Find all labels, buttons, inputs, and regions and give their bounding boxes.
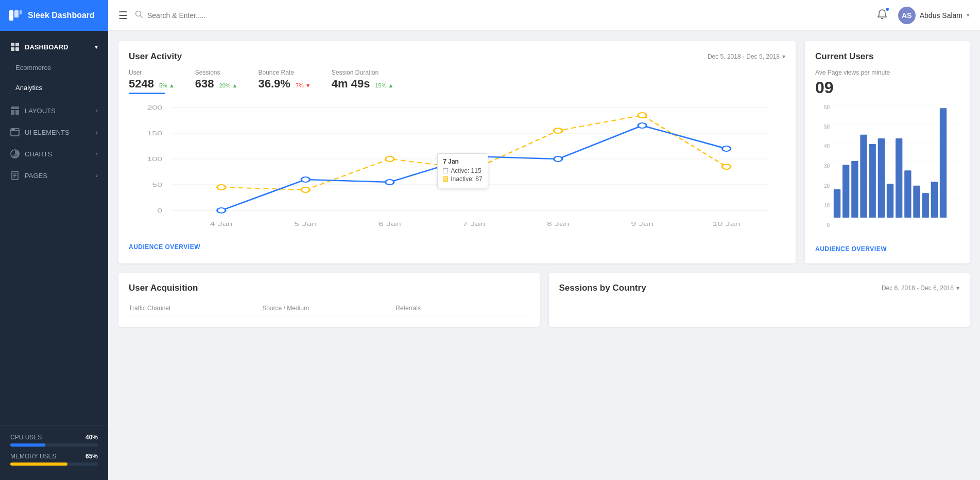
bar-10 (922, 193, 929, 218)
memory-progress-fill (10, 463, 67, 466)
main-content: User Activity Dec 5, 2018 - Dec 5, 2018 … (108, 31, 980, 480)
pages-label: PAGES (25, 172, 47, 180)
cpu-progress-fill (10, 443, 45, 447)
pages-arrow: › (96, 172, 98, 179)
pages-icon (10, 171, 20, 180)
sidebar-item-analytics[interactable]: Analytics (0, 78, 108, 98)
svg-text:9 Jan: 9 Jan (631, 221, 654, 227)
svg-text:7 Jan: 7 Jan (462, 221, 485, 227)
svg-point-49 (554, 156, 562, 162)
sessions-date-caret: ▾ (956, 285, 959, 292)
memory-resource: MEMORY USES 65% (10, 453, 98, 466)
cpu-progress-bg (10, 443, 98, 447)
memory-label: MEMORY USES (10, 453, 57, 460)
current-users-chart: 60 50 40 30 20 10 0 (815, 104, 959, 238)
analytics-label: Analytics (15, 84, 42, 92)
bar-11 (931, 182, 938, 218)
user-activity-title: User Activity (129, 51, 182, 62)
sidebar-item-pages[interactable]: PAGES › (0, 165, 108, 186)
user-activity-date-range[interactable]: Dec 5, 2018 - Dec 5, 2018 ▾ (708, 53, 785, 60)
user-activity-card: User Activity Dec 5, 2018 - Dec 5, 2018 … (118, 41, 796, 263)
layouts-label: LAYOUTS (25, 107, 56, 115)
svg-point-41 (470, 167, 478, 172)
memory-pct: 65% (85, 453, 98, 460)
svg-text:200: 200 (147, 104, 162, 111)
sidebar-item-charts[interactable]: CHARTS › (0, 143, 108, 165)
stat-bounce-value: 36.9% (259, 77, 290, 91)
svg-text:4 Jan: 4 Jan (210, 221, 233, 227)
svg-rect-5 (11, 47, 14, 51)
stat-user-underline (129, 93, 165, 94)
svg-rect-8 (11, 110, 14, 115)
sessions-country-title: Sessions by Country (559, 283, 646, 293)
sessions-country-header: Sessions by Country Dec 6, 2018 - Dec 6,… (559, 283, 960, 293)
stat-user-label: User (129, 69, 175, 76)
cpu-pct: 40% (85, 434, 98, 441)
col-source: Source / Medium (262, 305, 396, 312)
bar-9 (913, 186, 920, 218)
svg-line-20 (141, 15, 143, 17)
audience-overview-link-2[interactable]: AUDIENCE OVERVIEW (815, 245, 887, 253)
bar-y-labels: 60 50 40 30 20 10 0 (815, 104, 832, 228)
user-profile[interactable]: AS Abdus Salam ▾ (898, 7, 970, 24)
sessions-country-date-range[interactable]: Dec 6, 2018 - Dec 6, 2018 ▾ (882, 285, 959, 292)
layout-icon (10, 106, 20, 115)
hamburger-menu[interactable]: ☰ (118, 9, 128, 22)
svg-point-40 (386, 156, 394, 162)
svg-rect-0 (9, 10, 13, 21)
audience-overview-link-1[interactable]: AUDIENCE OVERVIEW (129, 243, 200, 251)
stat-duration-value: 4m 49s (332, 77, 370, 91)
svg-text:150: 150 (147, 130, 162, 136)
cpu-resource: CPU USES 40% (10, 434, 98, 447)
user-name: Abdus Salam (920, 11, 962, 20)
sidebar-item-layouts[interactable]: LAYOUTS › (0, 100, 108, 121)
notification-bell[interactable] (876, 9, 888, 22)
svg-text:10 Jan: 10 Jan (713, 221, 741, 227)
charts-arrow: › (96, 151, 98, 157)
stat-duration: Session Duration 4m 49s 15% ▲ (332, 69, 394, 94)
sidebar-dashboard-label: DASHBOARD (25, 43, 68, 51)
main-wrapper: ☰ AS Abdus Salam ▾ (108, 0, 980, 480)
sidebar-item-ecommerce[interactable]: Ecommerce (0, 58, 108, 78)
svg-rect-9 (15, 110, 19, 115)
nav-section-dashboard: DASHBOARD ▾ Ecommerce Analytics (0, 36, 108, 98)
sidebar: Sleek Dashboard DASHBOARD ▾ Ecommerce An… (0, 0, 108, 480)
window-icon (10, 128, 20, 137)
stat-bounce: Bounce Rate 36.9% 7% ▼ (259, 69, 311, 94)
svg-text:50: 50 (152, 182, 162, 188)
sidebar-item-dashboard[interactable]: DASHBOARD ▾ (0, 36, 108, 58)
bar-5 (878, 138, 885, 218)
search-input[interactable] (147, 11, 392, 20)
user-acquisition-card: User Acquisition Traffic Channel Source … (118, 273, 540, 327)
date-range-caret: ▾ (782, 53, 785, 60)
svg-point-39 (301, 187, 310, 192)
current-users-header: Current Users (815, 51, 959, 62)
sidebar-item-ui-elements[interactable]: UI ELEMENTS › (0, 121, 108, 143)
ui-elements-label: UI ELEMENTS (25, 129, 70, 136)
memory-progress-bg (10, 463, 98, 466)
svg-rect-6 (15, 47, 19, 51)
svg-point-43 (638, 113, 646, 118)
svg-point-51 (722, 146, 730, 151)
bar-2 (851, 161, 858, 218)
row-1: User Activity Dec 5, 2018 - Dec 5, 2018 … (118, 41, 970, 263)
svg-point-50 (638, 123, 646, 128)
stat-user-badge: 5% ▲ (159, 82, 175, 88)
topbar-right: AS Abdus Salam ▾ (876, 7, 970, 24)
layouts-arrow: › (96, 108, 98, 114)
stat-user: User 5248 5% ▲ (129, 69, 175, 94)
user-acquisition-header: User Acquisition (129, 283, 529, 293)
search-icon (135, 10, 143, 21)
charts-label: CHARTS (25, 150, 52, 158)
stat-sessions-badge: 20% ▲ (219, 82, 238, 88)
svg-rect-2 (20, 10, 22, 14)
svg-rect-7 (11, 106, 19, 109)
svg-point-44 (722, 164, 730, 169)
stat-user-value: 5248 (129, 77, 154, 91)
avatar: AS (898, 7, 916, 24)
user-acquisition-columns: Traffic Channel Source / Medium Referral… (129, 300, 529, 316)
svg-text:0: 0 (157, 207, 162, 214)
current-users-title: Current Users (815, 51, 873, 62)
dashboard-arrow: ▾ (95, 44, 98, 50)
svg-point-42 (554, 128, 562, 133)
